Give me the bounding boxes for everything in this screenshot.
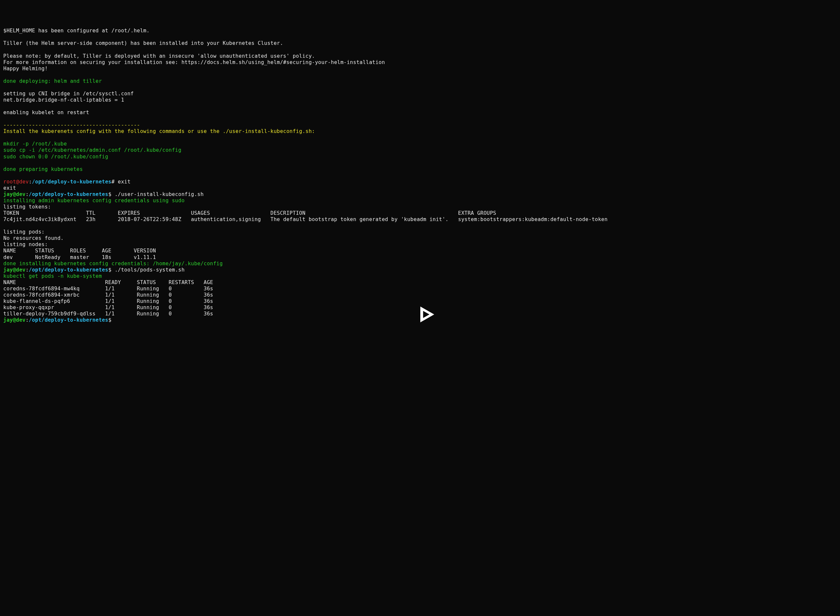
terminal-line <box>3 116 837 122</box>
terminal-line <box>3 223 837 229</box>
terminal-segment: /opt/deploy-to-kubernetes <box>29 191 108 197</box>
terminal-segment: # exit <box>112 179 131 185</box>
terminal-line: listing tokens: <box>3 204 837 210</box>
terminal-line: setting up CNI bridge in /etc/sysctl.con… <box>3 91 837 97</box>
terminal-line: installing admin kubernetes config crede… <box>3 198 837 204</box>
terminal-line <box>3 160 837 166</box>
terminal-segment: root@dev <box>3 179 29 185</box>
terminal-segment: : <box>25 267 29 273</box>
terminal-segment: Tiller (the Helm server-side component) … <box>3 40 283 46</box>
terminal-segment: kube-proxy-qqxpr 1/1 Running 0 36s <box>3 305 213 311</box>
terminal-segment: $ ./user-install-kubeconfig.sh <box>108 191 204 197</box>
terminal-line: root@dev:/opt/deploy-to-kubernetes# exit <box>3 179 837 185</box>
terminal-line: jay@dev:/opt/deploy-to-kubernetes$ ./too… <box>3 267 837 273</box>
terminal-segment: done installing kubernetes config creden… <box>3 261 223 267</box>
terminal-segment: jay@dev <box>3 191 25 197</box>
terminal-segment: setting up CNI bridge in /etc/sysctl.con… <box>3 91 134 97</box>
terminal-line: NAME READY STATUS RESTARTS AGE <box>3 279 837 286</box>
terminal-segment: No resources found. <box>3 235 64 241</box>
terminal-line: coredns-78fcdf6894-xmrbc 1/1 Running 0 3… <box>3 292 837 298</box>
terminal-segment: kube-flannel-ds-pqfp6 1/1 Running 0 36s <box>3 298 213 304</box>
terminal-segment: Install the kuberenets config with the f… <box>3 128 315 134</box>
terminal-segment: coredns-78fcdf6894-mw4kq 1/1 Running 0 3… <box>3 286 213 292</box>
terminal-segment: jay@dev <box>3 267 25 273</box>
terminal-line <box>3 85 837 91</box>
terminal-line: listing pods: <box>3 229 837 235</box>
terminal-segment: NAME STATUS ROLES AGE VERSION <box>3 248 156 254</box>
terminal-segment: NAME READY STATUS RESTARTS AGE <box>3 279 213 285</box>
terminal-line: Happy Helming! <box>3 66 837 72</box>
terminal-line: Tiller (the Helm server-side component) … <box>3 40 837 47</box>
terminal-segment: sudo cp -i /etc/kubernetes/admin.conf /r… <box>3 147 181 153</box>
terminal-line: sudo cp -i /etc/kubernetes/admin.conf /r… <box>3 147 837 153</box>
terminal-segment: /opt/deploy-to-kubernetes <box>32 179 112 185</box>
terminal-segment: mkdir -p /root/.kube <box>3 141 67 147</box>
terminal-line: enabling kubelet on restart <box>3 110 837 116</box>
terminal-line <box>3 47 837 53</box>
terminal-line: NAME STATUS ROLES AGE VERSION <box>3 248 837 254</box>
terminal-line: No resources found. <box>3 235 837 242</box>
terminal-line: done preparing kubernetes <box>3 166 837 173</box>
terminal-line: For more information on securing your in… <box>3 59 837 66</box>
terminal-segment: : <box>29 179 32 185</box>
terminal-segment: dev NotReady master 18s v1.11.1 <box>3 254 156 260</box>
play-button[interactable] <box>410 298 430 318</box>
terminal-segment: /opt/deploy-to-kubernetes <box>29 267 108 273</box>
terminal-line: dev NotReady master 18s v1.11.1 <box>3 254 837 261</box>
terminal-segment: $HELM_HOME has been configured at /root/… <box>3 28 150 34</box>
terminal-segment: /opt/deploy-to-kubernetes <box>29 317 108 323</box>
terminal-segment: $ <box>108 317 115 323</box>
terminal-segment: For more information on securing your in… <box>3 59 385 65</box>
terminal-line: done installing kubernetes config creden… <box>3 261 837 267</box>
terminal-segment: : <box>25 191 29 197</box>
terminal-line: exit <box>3 185 837 191</box>
terminal-line <box>3 34 837 40</box>
terminal-segment: kubectl get pods -n kube-system <box>3 273 102 279</box>
terminal-segment: coredns-78fcdf6894-xmrbc 1/1 Running 0 3… <box>3 292 213 298</box>
terminal-segment: Happy Helming! <box>3 66 48 72</box>
terminal-line <box>3 135 837 141</box>
terminal-line: kubectl get pods -n kube-system <box>3 273 837 279</box>
terminal-line: net.bridge.bridge-nf-call-iptables = 1 <box>3 97 837 103</box>
terminal-segment: tiller-deploy-759cb9df9-qdlss 1/1 Runnin… <box>3 311 213 317</box>
terminal-line <box>3 103 837 110</box>
terminal-output: $HELM_HOME has been configured at /root/… <box>3 28 837 323</box>
terminal-line: $HELM_HOME has been configured at /root/… <box>3 28 837 34</box>
terminal-segment: 7c4jit.nd4z4vc3ik8ydxnt 23h 2018-07-26T2… <box>3 216 608 222</box>
terminal-segment: done deploying: helm and tiller <box>3 78 102 84</box>
terminal-line: coredns-78fcdf6894-mw4kq 1/1 Running 0 3… <box>3 286 837 292</box>
terminal-line: listing nodes: <box>3 242 837 248</box>
terminal-segment: TOKEN TTL EXPIRES USAGES DESCRIPTION EXT… <box>3 210 496 216</box>
terminal-line <box>3 72 837 78</box>
terminal-line: Install the kuberenets config with the f… <box>3 128 837 135</box>
terminal-line: mkdir -p /root/.kube <box>3 141 837 147</box>
play-icon <box>416 305 436 324</box>
terminal-segment: sudo chown 0:0 /root/.kube/config <box>3 154 108 160</box>
terminal-line: jay@dev:/opt/deploy-to-kubernetes$ ./use… <box>3 191 837 198</box>
terminal-segment: done preparing kubernetes <box>3 166 83 172</box>
terminal-segment: : <box>25 317 29 323</box>
terminal-segment: ----------------------------------------… <box>3 122 140 128</box>
terminal-line: 7c4jit.nd4z4vc3ik8ydxnt 23h 2018-07-26T2… <box>3 216 837 223</box>
terminal-segment: enabling kubelet on restart <box>3 110 89 116</box>
terminal-segment: Please note: by default, Tiller is deplo… <box>3 53 315 59</box>
terminal-line: ----------------------------------------… <box>3 122 837 128</box>
terminal-segment: listing pods: <box>3 229 44 235</box>
terminal-line: done deploying: helm and tiller <box>3 78 837 85</box>
terminal-segment: jay@dev <box>3 317 25 323</box>
terminal-segment: installing admin kubernetes config crede… <box>3 198 185 204</box>
terminal-segment: listing nodes: <box>3 242 48 248</box>
terminal-line <box>3 173 837 179</box>
terminal-segment: exit <box>3 185 16 191</box>
terminal-line: TOKEN TTL EXPIRES USAGES DESCRIPTION EXT… <box>3 210 837 216</box>
terminal-line: sudo chown 0:0 /root/.kube/config <box>3 154 837 160</box>
terminal-line: Please note: by default, Tiller is deplo… <box>3 53 837 59</box>
terminal-segment: listing tokens: <box>3 204 51 210</box>
terminal-segment: $ ./tools/pods-system.sh <box>108 267 185 273</box>
terminal-segment: net.bridge.bridge-nf-call-iptables = 1 <box>3 97 124 103</box>
